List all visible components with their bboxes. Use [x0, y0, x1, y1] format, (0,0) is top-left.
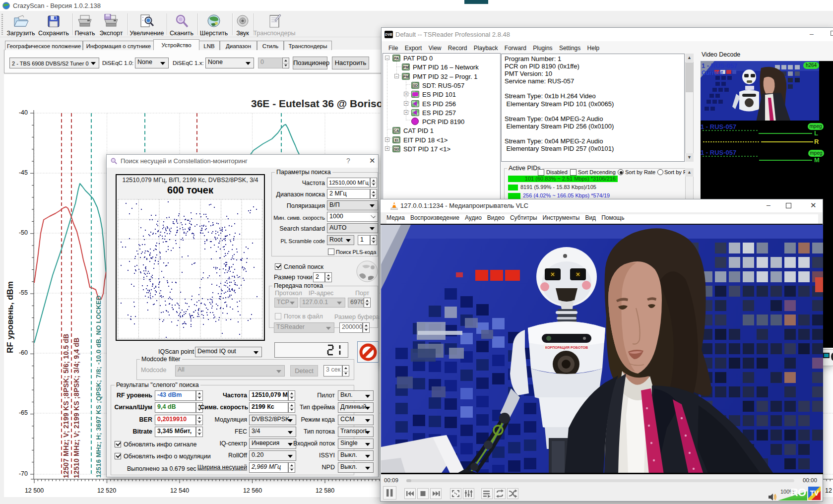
- svg-text:КОРПОРАЦИЯ РОБОТОВ: КОРПОРАЦИЯ РОБОТОВ: [545, 346, 588, 350]
